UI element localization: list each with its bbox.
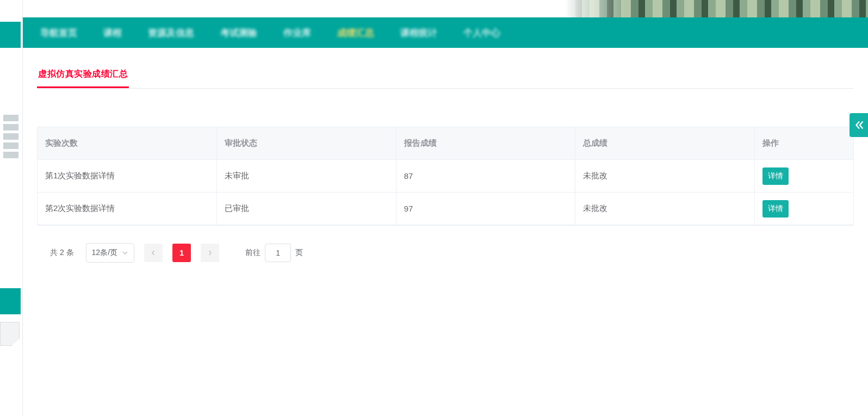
results-table: 实验次数 审批状态 报告成绩 总成绩 操作 第1次实验数据详情 未审批 87 未… [37, 127, 854, 226]
th-operation: 操作 [754, 127, 853, 160]
nav-item[interactable]: 课程 [103, 27, 122, 39]
pagination-next-button[interactable] [201, 244, 219, 262]
sidebar-tile[interactable] [0, 288, 21, 314]
cell-operation: 详情 [754, 193, 853, 225]
table-row: 第1次实验数据详情 未审批 87 未批改 详情 [38, 160, 853, 193]
tab-strip: 虚拟仿真实验成绩汇总 [37, 64, 854, 89]
chevron-down-icon [122, 250, 128, 256]
goto-prefix: 前往 [245, 248, 261, 258]
sidebar-rail [0, 0, 23, 416]
th-experiment-count: 实验次数 [38, 127, 216, 160]
header-banner [0, 0, 868, 17]
cell-approval-status: 未审批 [216, 160, 395, 193]
th-report-score: 报告成绩 [396, 127, 575, 160]
pagination-goto: 前往 页 [245, 244, 303, 262]
nav-item[interactable]: 作业库 [283, 27, 311, 39]
th-approval-status: 审批状态 [216, 127, 395, 160]
cell-operation: 详情 [754, 160, 853, 193]
tab-scores-summary[interactable]: 虚拟仿真实验成绩汇总 [37, 64, 129, 88]
page-content: 虚拟仿真实验成绩汇总 实验次数 审批状态 报告成绩 总成绩 操作 第1次实验数据… [23, 48, 868, 416]
cell-report-score: 97 [396, 193, 575, 225]
sidebar-tile[interactable] [0, 22, 21, 48]
pagination-total: 共 2 条 [50, 248, 74, 258]
right-panel-toggle[interactable] [850, 113, 868, 137]
table-row: 第2次实验数据详情 已审批 97 未批改 详情 [38, 193, 853, 225]
pagination-current-page[interactable]: 1 [172, 244, 191, 262]
nav-item[interactable]: 资源及信息 [148, 27, 194, 39]
sidebar-collapse-handle[interactable] [0, 322, 20, 346]
nav-item[interactable]: 导航首页 [40, 27, 77, 39]
detail-button[interactable]: 详情 [762, 167, 789, 185]
sidebar-widget [1, 112, 21, 172]
cell-approval-status: 已审批 [216, 193, 395, 225]
chevron-double-left-icon [853, 119, 865, 131]
cell-total-score: 未批改 [575, 160, 754, 193]
cell-total-score: 未批改 [575, 193, 754, 225]
page-size-label: 12条/页 [92, 248, 117, 258]
page-size-select[interactable]: 12条/页 [86, 243, 134, 263]
chevron-left-icon [151, 250, 156, 256]
nav-item[interactable]: 考试测验 [220, 27, 257, 39]
nav-item[interactable]: 课程统计 [400, 27, 437, 39]
nav-item[interactable]: 个人中心 [463, 27, 500, 39]
nav-item-active[interactable]: 成绩汇总 [337, 27, 374, 39]
detail-button[interactable]: 详情 [762, 200, 789, 218]
cell-experiment-count: 第2次实验数据详情 [38, 193, 216, 225]
cell-report-score: 87 [396, 160, 575, 193]
pagination-prev-button[interactable] [144, 244, 163, 262]
table-header-row: 实验次数 审批状态 报告成绩 总成绩 操作 [38, 127, 853, 160]
pagination: 共 2 条 12条/页 1 前往 页 [50, 243, 854, 263]
goto-page-input[interactable] [265, 244, 291, 262]
top-navbar: 导航首页 课程 资源及信息 考试测验 作业库 成绩汇总 课程统计 个人中心 [23, 17, 868, 48]
chevron-right-icon [207, 250, 213, 256]
cell-experiment-count: 第1次实验数据详情 [38, 160, 216, 193]
goto-suffix: 页 [295, 248, 303, 258]
th-total-score: 总成绩 [575, 127, 754, 160]
